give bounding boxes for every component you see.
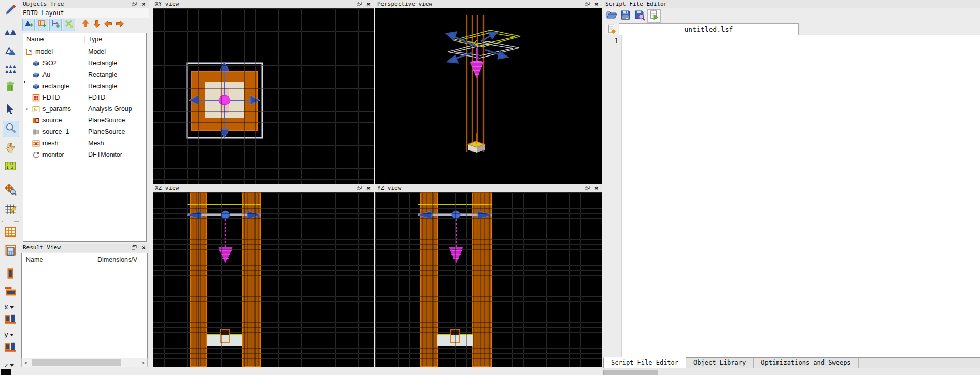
material-calculator-button[interactable] — [3, 244, 18, 259]
pan-hand-button[interactable] — [3, 141, 18, 156]
float-icon[interactable] — [584, 1, 591, 7]
tab-script-file-editor[interactable]: Script File Editor — [603, 357, 686, 368]
structures-button[interactable] — [3, 25, 18, 40]
result-view-panel: Result View × Name Dimensions/V < > — [21, 244, 149, 367]
close-icon[interactable]: × — [140, 245, 147, 251]
scroll-left-icon[interactable]: < — [22, 359, 30, 366]
tree-item-type: FDTD — [85, 94, 146, 101]
tab-optimizations-and-sweeps[interactable]: Optimizations and Sweeps — [754, 358, 858, 368]
open-file-icon — [606, 9, 617, 23]
float-icon[interactable] — [584, 185, 591, 191]
simulation-grid-button[interactable] — [3, 225, 18, 241]
view-slab-pair-button[interactable] — [3, 312, 18, 327]
svg-text:1: 1 — [6, 165, 8, 170]
close-icon[interactable]: × — [593, 1, 600, 7]
table-row[interactable]: sourcePlaneSource — [23, 115, 146, 126]
move-down-button[interactable] — [92, 19, 102, 31]
fdtd-application-window: 12xyz Objects Tree × FDTD Layout Name Ty… — [0, 0, 980, 375]
open-file-button[interactable] — [605, 10, 618, 22]
sio2-slab — [207, 335, 242, 346]
float-icon[interactable] — [131, 245, 138, 251]
table-row[interactable]: >fxs_paramsAnalysis Group — [23, 103, 146, 115]
tree-item-label: source_1 — [42, 128, 69, 135]
float-icon[interactable] — [356, 1, 363, 7]
save-search-icon — [634, 9, 645, 23]
add-source-button[interactable] — [49, 19, 62, 31]
tree-item-label: s_params — [42, 105, 71, 113]
column-header-name[interactable]: Name — [23, 36, 85, 43]
table-row[interactable]: AuRectangle — [23, 69, 146, 80]
arrow-down-handle — [220, 129, 229, 138]
delete-trash-button[interactable] — [3, 80, 18, 95]
save-file-button[interactable] — [619, 10, 632, 22]
view-slab-pair-icon — [4, 312, 17, 327]
delete-trash-icon — [4, 80, 17, 95]
run-script-button[interactable] — [647, 9, 661, 23]
close-icon[interactable]: × — [140, 1, 147, 7]
rectangle-structure-fill — [451, 330, 459, 335]
script-file-tab[interactable]: untitled.lsf — [619, 23, 799, 35]
add-analysis-button[interactable] — [63, 19, 75, 31]
column-header-dimensions[interactable]: Dimensions/V — [94, 256, 147, 263]
move-left-button[interactable] — [103, 19, 113, 31]
select-arrow-button[interactable] — [3, 102, 18, 118]
horizontal-scrollbar[interactable]: < > — [21, 358, 148, 367]
float-icon[interactable] — [356, 185, 363, 191]
svg-text:fx: fx — [34, 106, 37, 112]
column-header-type[interactable]: Type — [85, 36, 146, 43]
add-simulation-button[interactable] — [36, 19, 48, 31]
view-slab-pair-button[interactable] — [3, 340, 18, 355]
zoom-extents-button[interactable] — [3, 183, 18, 198]
draw-grid-button[interactable] — [3, 202, 18, 218]
add-structure-button[interactable] — [22, 19, 35, 31]
layout-mode-label: FDTD Layout — [21, 8, 149, 18]
table-row[interactable]: FDTDFDTD — [23, 92, 146, 103]
save-search-button[interactable] — [633, 10, 646, 22]
chevron-down-icon — [10, 306, 14, 309]
close-icon[interactable]: × — [365, 1, 372, 7]
float-icon[interactable] — [131, 1, 138, 7]
expand-chevron-icon[interactable]: > — [25, 106, 28, 112]
xz-viewport[interactable] — [153, 192, 374, 367]
view-slab-vertical-icon — [4, 267, 17, 282]
xy-view-titlebar: XY view × — [153, 0, 374, 8]
tree-item-type: PlaneSource — [85, 117, 146, 124]
run-script-icon — [649, 10, 659, 22]
table-row[interactable]: SiO2Rectangle — [23, 58, 146, 69]
perspective-view-panel: Perspective view × — [375, 0, 602, 184]
xy-viewport[interactable] — [153, 8, 374, 184]
bottom-tab-bar: Script File EditorObject LibraryOptimiza… — [603, 357, 980, 368]
panel-title: Perspective view — [377, 0, 581, 8]
tree-item-label: rectangle — [42, 82, 69, 90]
design-edit-button[interactable] — [3, 3, 18, 19]
view-slab-horizontal-button[interactable] — [3, 284, 18, 300]
table-row[interactable]: source_1PlaneSource — [23, 126, 146, 137]
table-row[interactable]: monitorDFTMonitor — [23, 149, 146, 160]
structure-group-button[interactable] — [3, 45, 18, 60]
move-right-button[interactable] — [115, 19, 125, 31]
scroll-right-icon[interactable]: > — [139, 359, 147, 366]
yz-viewport[interactable] — [375, 192, 602, 367]
close-icon[interactable]: × — [365, 185, 372, 191]
script-code-area[interactable] — [622, 35, 980, 358]
tab-object-library[interactable]: Object Library — [686, 358, 754, 368]
script-tab-bar: untitled.lsf — [603, 23, 980, 35]
table-row[interactable]: modelModel — [23, 46, 146, 58]
column-header-name[interactable]: Name — [22, 256, 94, 263]
perspective-viewport[interactable] — [375, 8, 602, 184]
axis-label: y — [4, 330, 8, 338]
move-up-button[interactable] — [80, 19, 91, 31]
result-view-table: Name Dimensions/V — [21, 253, 148, 358]
array-button[interactable] — [3, 62, 18, 78]
table-row[interactable]: rectangleRectangle — [23, 80, 146, 92]
table-row[interactable]: meshMesh — [23, 137, 146, 149]
close-icon[interactable]: × — [593, 185, 600, 191]
zoom-button[interactable] — [3, 121, 19, 137]
view-slab-vertical-button[interactable] — [3, 267, 18, 282]
axis-y-view-button[interactable]: y — [4, 330, 19, 339]
axis-x-view-button[interactable]: x — [4, 303, 19, 311]
tree-item-label: source — [42, 117, 62, 124]
scrollbar-thumb[interactable] — [32, 359, 121, 366]
ruler-button[interactable]: 12 — [3, 159, 18, 175]
new-script-button[interactable] — [605, 24, 618, 36]
